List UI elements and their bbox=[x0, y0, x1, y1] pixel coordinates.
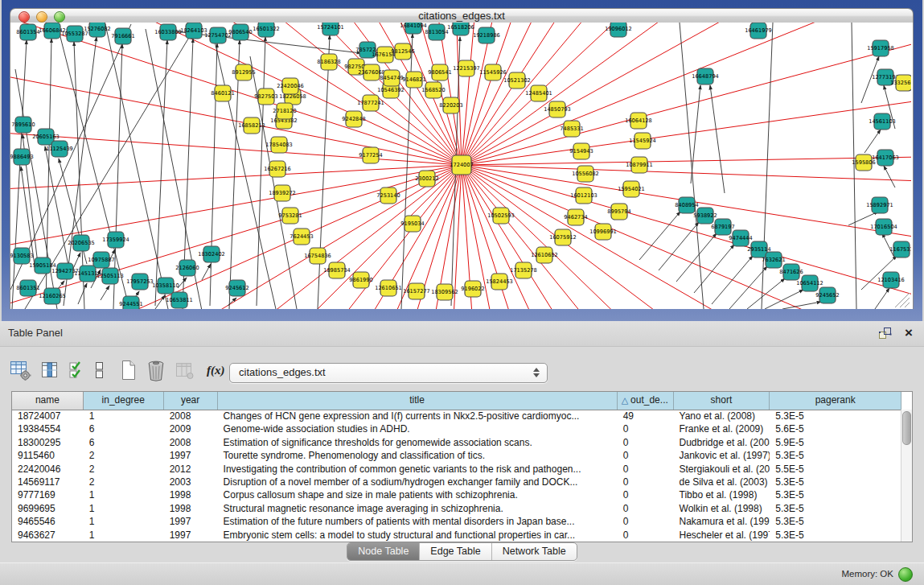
table-cell-out_degree[interactable]: 0 bbox=[618, 515, 674, 528]
network-node[interactable]: 17135278 bbox=[510, 262, 537, 278]
network-edge[interactable] bbox=[462, 165, 911, 189]
network-node[interactable]: 8601354 bbox=[16, 24, 39, 40]
table-cell-year[interactable]: 2009 bbox=[164, 422, 218, 435]
close-panel-button[interactable]: × bbox=[901, 326, 916, 340]
table-cell-out_degree[interactable]: 0 bbox=[618, 422, 674, 435]
network-node[interactable]: 9462734 bbox=[564, 209, 587, 225]
table-cell-out_degree[interactable]: 0 bbox=[618, 476, 674, 488]
network-node[interactable]: 9812546 bbox=[391, 43, 414, 60]
network-node[interactable]: 18264103 bbox=[180, 23, 207, 39]
table-cell-name[interactable]: 22420046 bbox=[12, 463, 84, 476]
network-node[interactable]: 9242848 bbox=[342, 111, 365, 127]
network-node[interactable]: 8460121 bbox=[211, 85, 234, 101]
network-node[interactable]: 9245652 bbox=[815, 287, 839, 303]
network-node[interactable]: 9244551 bbox=[119, 296, 142, 309]
network-node[interactable]: 8408954 bbox=[675, 197, 698, 213]
table-cell-title[interactable]: Genome-wide association studies in ADHD. bbox=[218, 422, 618, 435]
table-row[interactable]: 969969511998Structural magnetic resonanc… bbox=[12, 502, 901, 515]
network-node[interactable]: 17016504 bbox=[870, 219, 897, 235]
network-edge[interactable] bbox=[875, 288, 889, 309]
table-cell-name[interactable]: 9465546 bbox=[12, 515, 84, 528]
table-cell-year[interactable]: 1997 bbox=[164, 515, 218, 528]
table-cell-pagerank[interactable]: 5.3E-5 bbox=[770, 476, 901, 488]
table-cell-year[interactable]: 1997 bbox=[164, 529, 218, 542]
network-node[interactable]: 16518206 bbox=[447, 23, 474, 35]
column-header-title[interactable]: title bbox=[218, 392, 618, 410]
table-cell-short[interactable]: Hescheler et al. (1997) bbox=[674, 529, 770, 542]
table-cell-out_degree[interactable]: 0 bbox=[618, 502, 674, 515]
network-edge[interactable] bbox=[155, 295, 165, 309]
table-cell-year[interactable]: 1998 bbox=[164, 502, 218, 515]
column-header-pagerank[interactable]: pagerank bbox=[770, 392, 901, 410]
network-edge[interactable] bbox=[78, 283, 87, 304]
network-node[interactable]: 9753281 bbox=[278, 208, 302, 224]
network-node[interactable]: 16648794 bbox=[692, 68, 719, 84]
table-cell-pagerank[interactable]: 5.3E-5 bbox=[770, 488, 901, 501]
table-cell-year[interactable]: 1998 bbox=[164, 488, 218, 501]
table-row[interactable]: 911546021997Tourette syndrome. Phenomeno… bbox=[12, 449, 901, 462]
network-node[interactable]: 16157277 bbox=[403, 283, 430, 299]
table-cell-short[interactable]: Stergiakouli et al. (2012) bbox=[674, 463, 770, 476]
table-cell-year[interactable]: 1997 bbox=[164, 449, 218, 462]
network-node[interactable]: 6879197 bbox=[711, 219, 734, 235]
table-row[interactable]: 2242004622012Investigating the contribut… bbox=[12, 463, 901, 476]
network-node[interactable]: 2718120 bbox=[273, 103, 296, 119]
network-node[interactable]: 9886493 bbox=[10, 149, 34, 165]
network-node[interactable]: 9827503 bbox=[254, 89, 277, 105]
network-node[interactable]: 9177254 bbox=[359, 147, 382, 163]
network-node[interactable]: 7624453 bbox=[290, 229, 313, 245]
table-cell-out_degree[interactable]: 0 bbox=[618, 449, 674, 462]
column-header-in_degree[interactable]: in_degree bbox=[84, 392, 164, 410]
table-cell-title[interactable]: Investigating the contribution of common… bbox=[218, 463, 618, 476]
table-cell-out_degree[interactable]: 0 bbox=[618, 463, 674, 476]
table-cell-name[interactable]: 9699695 bbox=[12, 502, 84, 515]
column-header-out_degree[interactable]: △out_de... bbox=[618, 392, 674, 410]
network-edge[interactable] bbox=[864, 130, 881, 153]
network-node[interactable]: 8186328 bbox=[317, 54, 340, 70]
network-node[interactable]: 16754836 bbox=[304, 248, 331, 264]
table-cell-title[interactable]: Estimation of the future numbers of pati… bbox=[218, 515, 618, 528]
table-cell-name[interactable]: 9115460 bbox=[12, 449, 84, 462]
window-titlebar[interactable]: citations_edges.txt bbox=[10, 8, 914, 24]
network-node[interactable]: 16858213 bbox=[238, 117, 265, 134]
network-node[interactable]: 16075912 bbox=[549, 229, 577, 245]
network-node[interactable]: 9195034 bbox=[400, 216, 424, 232]
network-node[interactable]: 10996991 bbox=[589, 224, 617, 240]
table-cell-title[interactable]: Changes of HCN gene expression and I(f) … bbox=[218, 410, 618, 422]
network-node[interactable]: 8912955 bbox=[232, 64, 255, 80]
network-node[interactable]: 16501322 bbox=[253, 23, 280, 37]
network-edge[interactable] bbox=[905, 303, 910, 307]
table-cell-name[interactable]: 18300295 bbox=[12, 436, 84, 449]
table-cell-pagerank[interactable]: 5.3E-5 bbox=[770, 410, 901, 422]
table-settings-button[interactable] bbox=[10, 358, 31, 382]
table-cell-title[interactable]: Embryonic stem cells: a model to study s… bbox=[218, 529, 618, 542]
network-node[interactable]: 7916661 bbox=[111, 28, 134, 44]
network-node[interactable]: 16461979 bbox=[745, 23, 772, 39]
network-node[interactable]: 10521302 bbox=[503, 72, 531, 89]
network-edge[interactable] bbox=[10, 165, 462, 284]
column-header-year[interactable]: year bbox=[164, 392, 218, 410]
network-edge[interactable] bbox=[228, 298, 236, 306]
table-row[interactable]: 1456911722003Disruption of a novel membe… bbox=[12, 476, 901, 488]
network-node[interactable]: 2126060 bbox=[175, 260, 199, 276]
column-header-name[interactable]: name bbox=[12, 392, 84, 410]
table-cell-short[interactable]: Nakamura et al. (1997) bbox=[674, 515, 770, 528]
table-selector-dropdown[interactable]: citations_edges.txt bbox=[229, 363, 548, 383]
network-node[interactable]: 11545924 bbox=[629, 133, 656, 149]
network-edge[interactable] bbox=[691, 85, 700, 183]
network-node[interactable]: 17957253 bbox=[126, 274, 154, 290]
table-row[interactable]: 1872400712008Changes of HCN gene express… bbox=[12, 410, 901, 422]
column-header-short[interactable]: short bbox=[674, 392, 770, 410]
table-cell-in_degree[interactable]: 1 bbox=[84, 515, 164, 528]
network-edge[interactable] bbox=[101, 286, 109, 300]
table-cell-name[interactable]: 19384554 bbox=[12, 422, 84, 435]
network-node[interactable]: 1724007 bbox=[450, 155, 473, 175]
network-edge[interactable] bbox=[155, 40, 167, 306]
network-node[interactable]: 16417063 bbox=[872, 150, 899, 166]
network-node[interactable]: 9130583 bbox=[10, 248, 34, 264]
network-node[interactable]: 14850793 bbox=[544, 101, 571, 117]
network-canvas[interactable]: 8601354166068421055328715276082791666116… bbox=[10, 23, 914, 309]
table-cell-pagerank[interactable]: 5.5E-5 bbox=[770, 463, 901, 476]
network-edge[interactable] bbox=[195, 23, 462, 165]
network-node[interactable]: 18309562 bbox=[431, 284, 458, 300]
